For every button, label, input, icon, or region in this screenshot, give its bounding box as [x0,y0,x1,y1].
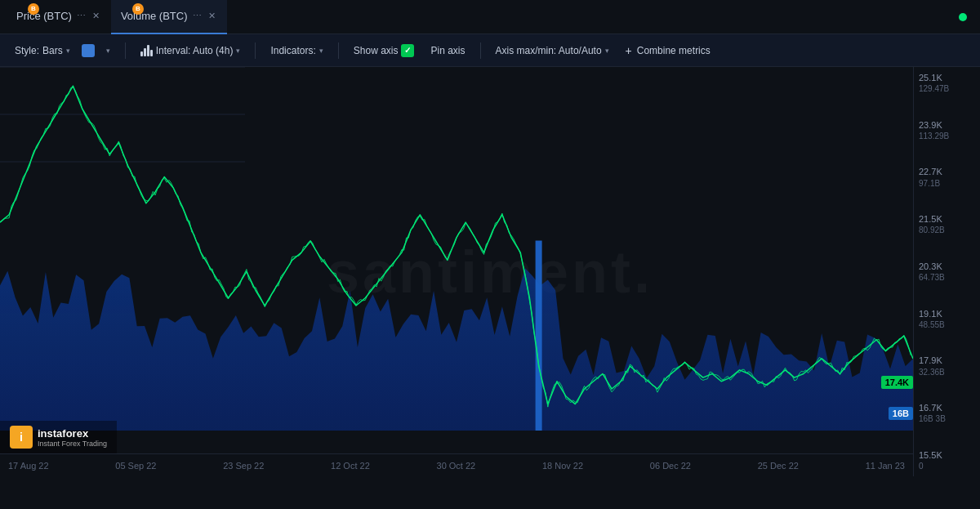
branding-text: instaforex Instant Forex Trading [38,427,107,448]
color-down-icon: ▾ [106,47,110,55]
separator-2 [255,42,256,59]
x-tick-4: 30 Oct 22 [437,461,476,471]
y-tick-4: 20.3K 64.73B [914,261,980,283]
tab-volume-label: Volume (BTC) [121,10,188,22]
x-tick-6: 06 Dec 22 [650,461,691,471]
branding-icon: i [10,426,33,449]
tab-price-close[interactable]: ✕ [91,9,101,23]
interval-selector[interactable]: Interval: Auto (4h) ▾ [136,42,246,59]
btc-badge-price: B [28,3,39,15]
toolbar: Style: Bars ▾ ▾ Interval: Auto (4h) ▾ In… [0,34,980,67]
color-picker[interactable] [82,44,95,57]
y-tick-1-primary: 23.9K [919,119,942,131]
branding-name: instaforex [38,427,107,440]
pin-axis-label: Pin axis [430,45,465,56]
separator-1 [125,42,126,59]
y-tick-0-primary: 25.1K [919,72,942,83]
y-tick-5: 19.1K 48.55B [914,308,980,330]
axis-max-min-label: Axis max/min: Auto/Auto [496,45,602,56]
show-axis-label: Show axis [354,45,399,56]
y-tick-6-primary: 17.9K [919,355,942,366]
interval-chevron: ▾ [236,47,240,55]
y-tick-8-primary: 15.5K [919,449,942,461]
y-tick-5-primary: 19.1K [919,308,942,319]
indicators-label: Indicators: [270,45,315,56]
x-tick-1: 05 Sep 22 [115,461,156,471]
y-tick-2-primary: 22.7K [919,166,942,177]
x-tick-2: 23 Sep 22 [223,461,264,471]
live-indicator [959,13,967,21]
y-tick-4-primary: 20.3K [919,261,942,272]
interval-label: Interval: Auto (4h) [156,45,234,56]
style-label: Style: [15,45,39,56]
tab-volume-btc[interactable]: B Volume (BTC) ⋯ ✕ [111,0,227,34]
x-tick-8: 11 Jan 23 [866,461,905,471]
style-chevron: ▾ [66,47,70,55]
axis-max-min-selector[interactable]: Axis max/min: Auto/Auto ▾ [491,42,614,59]
current-price-label: 17.4K [881,376,913,389]
pin-axis-btn[interactable]: Pin axis [425,42,470,59]
y-tick-1: 23.9K 113.29B [914,119,980,141]
combine-label: Combine metrics [637,45,710,56]
y-tick-7-primary: 16.7K [919,402,942,413]
x-axis: 17 Aug 22 05 Sep 22 23 Sep 22 12 Oct 22 … [0,453,913,476]
separator-4 [480,42,481,59]
indicators-chevron: ▾ [319,47,323,55]
x-tick-5: 18 Nov 22 [542,461,583,471]
y-tick-8: 15.5K 0 [914,449,980,471]
tab-price-label: Price (BTC) [16,10,72,22]
tab-volume-dots[interactable]: ⋯ [193,11,202,21]
tab-price-btc[interactable]: B Price (BTC) ⋯ ✕ [7,0,111,34]
interval-icon [140,45,153,56]
btc-badge-volume: B [132,3,144,15]
plus-icon: + [626,44,632,57]
y-tick-1-secondary: 113.29B [919,131,949,141]
combine-metrics-btn[interactable]: + Combine metrics [621,42,715,60]
tab-price-dots[interactable]: ⋯ [77,11,86,21]
y-tick-5-secondary: 48.55B [919,319,945,330]
y-tick-3-primary: 21.5K [919,213,942,225]
tab-volume-close[interactable]: ✕ [207,9,217,23]
x-tick-7: 25 Dec 22 [758,461,799,471]
tabs-bar: B Price (BTC) ⋯ ✕ B Volume (BTC) ⋯ ✕ [0,0,980,34]
x-tick-3: 12 Oct 22 [331,461,370,471]
color-chevron-btn[interactable]: ▾ [101,44,115,57]
style-selector[interactable]: Style: Bars ▾ [10,42,75,59]
y-tick-7: 16.7K 16B 3B [914,402,980,424]
y-tick-7-secondary: 16B 3B [919,413,946,424]
style-value: Bars [42,45,63,56]
y-tick-6: 17.9K 32.36B [914,355,980,377]
y-tick-0-secondary: 129.47B [919,83,949,94]
branding: i instaforex Instant Forex Trading [0,421,117,453]
separator-3 [338,42,339,59]
axis-max-min-chevron: ▾ [605,47,609,55]
y-tick-2-secondary: 97.1B [919,178,940,189]
y-tick-2: 22.7K 97.1B [914,166,980,188]
y-tick-4-secondary: 64.73B [919,272,945,283]
y-tick-0: 25.1K 129.47B [914,72,980,94]
y-tick-8-secondary: 0 [919,461,924,471]
indicators-selector[interactable]: Indicators: ▾ [265,42,327,59]
y-axis-right: 25.1K 129.47B 23.9K 113.29B 22.7K 97.1B … [913,67,980,476]
chart-area: santiment. 25.1K 129.47B 23.9K 113.29B 2… [0,67,980,476]
show-axis-checkbox[interactable]: ✓ [401,44,414,57]
y-tick-3: 21.5K 80.92B [914,213,980,235]
chart-canvas[interactable] [0,67,913,453]
current-volume-label: 16B [889,407,913,420]
x-tick-0: 17 Aug 22 [8,461,49,471]
show-axis-toggle[interactable]: Show axis ✓ [349,42,420,60]
y-tick-6-secondary: 32.36B [919,367,945,377]
branding-tagline: Instant Forex Trading [38,440,107,448]
y-tick-3-secondary: 80.92B [919,225,945,235]
